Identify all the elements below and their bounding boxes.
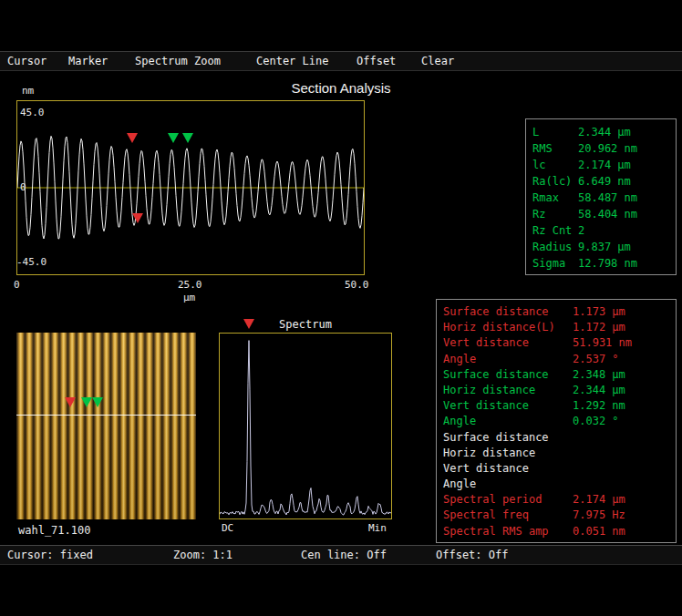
status-center-line: Cen line: Off	[301, 549, 387, 561]
y-tick-top: 45.0	[20, 107, 45, 118]
y-tick-zero: 0	[20, 181, 26, 193]
menu-item-center-line[interactable]: Center Line	[256, 55, 328, 67]
menu-item-spectrum-zoom[interactable]: Spectrum Zoom	[135, 55, 221, 67]
stat-value: 58.487 nm	[578, 190, 637, 206]
cursor-marker-red[interactable]	[132, 213, 143, 223]
roughness-stats-panel: L2.344 µmRMS20.962 nmlc2.174 µmRa(lc)6.6…	[525, 118, 677, 275]
stat-value: 2.348 µm	[573, 367, 625, 383]
spectrum-marker-layer	[220, 334, 391, 518]
stat-value: 0.051 nm	[573, 524, 625, 539]
stat-row: lc2.174 µm	[532, 157, 669, 173]
menu-item-clear[interactable]: Clear	[421, 55, 454, 67]
stat-label: RMS	[532, 140, 578, 157]
stat-value: 2.344 µm	[578, 124, 631, 140]
stat-label: Vert distance	[443, 461, 573, 477]
stat-row: RMS20.962 nm	[532, 140, 669, 157]
image-marker-layer	[16, 333, 196, 519]
cursor-marker-green[interactable]	[182, 133, 193, 143]
measurements-rows: Surface distance1.173 µmHoriz distance(L…	[443, 304, 669, 539]
cursor-marker-green[interactable]	[92, 397, 103, 407]
cursor-marker-green[interactable]	[168, 133, 179, 143]
stat-value: 2	[578, 222, 584, 239]
stat-row: Rz58.404 nm	[532, 206, 669, 222]
y-tick-bottom: -45.0	[16, 256, 46, 268]
stat-value: 1.173 µm	[573, 304, 625, 320]
stat-label: Surface distance	[443, 304, 573, 320]
y-axis-unit-label: nm	[22, 85, 34, 97]
stat-row: Spectral period2.174 µm	[443, 492, 669, 508]
stat-value: 6.649 nm	[578, 173, 631, 190]
stat-label: Rz	[532, 206, 578, 222]
x-tick-0: 0	[14, 279, 20, 291]
cursor-marker-red[interactable]	[65, 397, 76, 407]
stat-label: Horiz distance	[443, 446, 573, 461]
page-title: Section Analysis	[0, 80, 682, 96]
stat-label: Rmax	[532, 190, 578, 206]
stat-value: 9.837 µm	[578, 239, 631, 255]
status-offset: Offset: Off	[436, 549, 508, 561]
stat-row: Spectral RMS amp0.051 nm	[443, 524, 669, 539]
stat-value: 7.975 Hz	[573, 508, 625, 523]
x-axis-unit-label: µm	[183, 292, 195, 303]
stat-value: 58.404 nm	[578, 206, 637, 222]
status-cursor-mode: Cursor: fixed	[7, 549, 93, 561]
stat-label: Sigma	[532, 255, 578, 272]
stat-label: Vert distance	[443, 335, 573, 351]
stat-row: Surface distance2.348 µm	[443, 367, 669, 383]
stat-row: Spectral freq7.975 Hz	[443, 508, 669, 523]
status-bar: Cursor: fixed Zoom: 1:1 Cen line: Off Of…	[0, 545, 682, 565]
stat-value: 1.172 µm	[573, 320, 625, 335]
stat-value: 12.798 nm	[578, 255, 637, 272]
stat-row: Horiz distance(L)1.172 µm	[443, 320, 669, 335]
stat-label: Spectral freq	[443, 508, 573, 523]
spectrum-x-label-min: Min	[368, 522, 387, 534]
stat-row: Sigma12.798 nm	[532, 255, 669, 272]
stat-label: Surface distance	[443, 430, 573, 446]
spectrum-plot-area[interactable]	[219, 333, 392, 519]
afm-topview-image[interactable]	[16, 333, 196, 519]
stat-row: Horiz distance2.344 µm	[443, 383, 669, 398]
menu-bar: Cursor Marker Spectrum Zoom Center Line …	[0, 51, 682, 71]
stat-row: L2.344 µm	[532, 124, 669, 140]
stat-value: 2.174 µm	[578, 157, 631, 173]
stat-row: Surface distance1.173 µm	[443, 304, 669, 320]
stat-row: Surface distance	[443, 430, 669, 446]
menu-item-marker[interactable]: Marker	[68, 55, 108, 67]
x-tick-25: 25.0	[178, 279, 202, 291]
stat-label: L	[532, 124, 578, 140]
cursor-marker-green[interactable]	[81, 397, 92, 407]
stat-label: Angle	[443, 414, 573, 429]
stat-value: 2.174 µm	[573, 492, 625, 508]
stat-label: Horiz distance	[443, 383, 573, 398]
stat-label: Spectral period	[443, 492, 573, 508]
stat-value: 20.962 nm	[578, 140, 637, 157]
menu-item-cursor[interactable]: Cursor	[7, 55, 46, 67]
stat-label: Angle	[443, 352, 573, 367]
cursor-marker-red[interactable]	[127, 133, 138, 143]
menu-item-offset[interactable]: Offset	[356, 55, 396, 67]
stat-row: Rz Cnt2	[532, 222, 669, 239]
roughness-stats-rows: L2.344 µmRMS20.962 nmlc2.174 µmRa(lc)6.6…	[532, 124, 669, 272]
profile-marker-layer	[17, 101, 364, 274]
stat-row: Vert distance51.931 nm	[443, 335, 669, 351]
stat-row: Angle2.537 °	[443, 352, 669, 367]
stat-label: Spectral RMS amp	[443, 524, 573, 539]
stat-label: Rz Cnt	[532, 222, 578, 239]
status-zoom: Zoom: 1:1	[173, 549, 232, 561]
stat-label: lc	[532, 157, 578, 173]
stat-row: Radius9.837 µm	[532, 239, 669, 255]
measurements-panel: Surface distance1.173 µmHoriz distance(L…	[436, 299, 677, 543]
stat-value: 1.292 nm	[573, 398, 625, 414]
stat-label: Angle	[443, 477, 573, 492]
stat-value: 2.537 °	[573, 352, 619, 367]
stat-row: Angle0.032 °	[443, 414, 669, 429]
stat-value: 51.931 nm	[573, 335, 632, 351]
stat-value: 0.032 °	[573, 414, 619, 429]
image-filename-label: wahl_71.100	[18, 524, 90, 537]
cursor-marker-red[interactable]	[243, 319, 254, 329]
stat-value: 2.344 µm	[573, 383, 625, 398]
profile-plot-area[interactable]	[16, 100, 365, 275]
stat-row: Horiz distance	[443, 446, 669, 461]
stat-label: Surface distance	[443, 367, 573, 383]
stat-label: Radius	[532, 239, 578, 255]
